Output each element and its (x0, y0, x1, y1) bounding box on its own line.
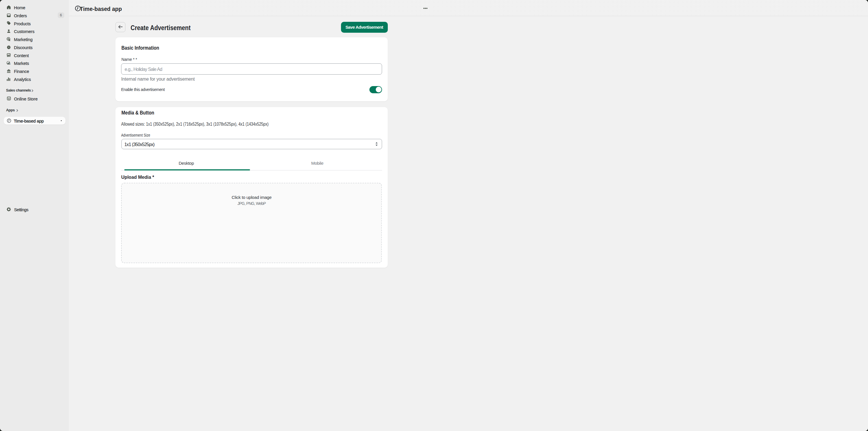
svg-text:$: $ (9, 62, 11, 65)
